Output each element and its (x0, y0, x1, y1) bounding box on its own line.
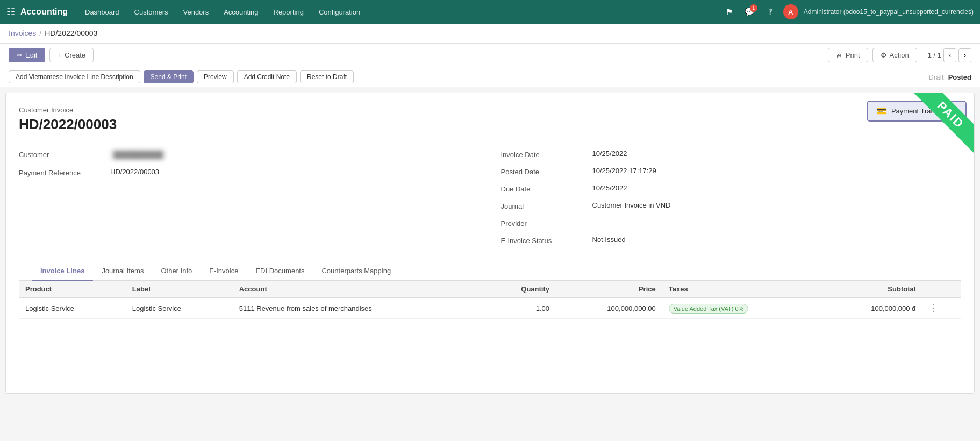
tabs-bar: Invoice LinesJournal ItemsOther InfoE-In… (19, 262, 961, 281)
admin-label: Administrator (odoo15_to_paypal_unsuppor… (804, 8, 974, 16)
top-navigation: ☷ Accounting Dashboard Customers Vendors… (0, 0, 980, 24)
prev-record-button[interactable]: ‹ (943, 48, 956, 62)
invoice-number: HD/2022/00003 (19, 116, 961, 133)
payment-ref-label: Payment Reference (19, 168, 110, 177)
reset-to-draft-button[interactable]: Reset to Draft (300, 70, 354, 83)
nav-link-configuration[interactable]: Configuration (312, 6, 367, 18)
posted-date-label: Posted Date (501, 167, 592, 176)
activity-icon[interactable]: ⚑ (722, 4, 737, 19)
send-print-button[interactable]: Send & Print (144, 70, 194, 83)
cell-label: Logistic Service (126, 298, 233, 319)
invoice-date-value: 10/25/2022 (592, 150, 627, 158)
cell-menu[interactable]: ⋮ (922, 298, 961, 319)
invoice-lines-table: ProductLabelAccountQuantityPriceTaxesSub… (19, 281, 961, 319)
next-record-button[interactable]: › (958, 48, 971, 62)
main-content: 💳 Payment Transaction PAID Customer Invo… (5, 93, 975, 394)
col-header-5: Taxes (662, 281, 822, 298)
posted-date-value: 10/25/2022 17:17:29 (592, 167, 656, 175)
nav-link-accounting[interactable]: Accounting (217, 6, 264, 18)
col-header-4: Price (556, 281, 662, 298)
nav-link-dashboard[interactable]: Dashboard (78, 6, 126, 18)
left-fields: Customer ██████████ Payment Reference HD… (19, 146, 480, 249)
app-title: Accounting (20, 7, 68, 17)
invoice-fields: Customer ██████████ Payment Reference HD… (19, 146, 961, 249)
tax-badge: Value Added Tax (VAT) 0% (669, 304, 749, 314)
help-icon[interactable]: ‽ (763, 4, 778, 19)
payment-transaction-button[interactable]: 💳 Payment Transaction (867, 101, 967, 122)
tab-other-info[interactable]: Other Info (152, 262, 201, 281)
due-date-label: Due Date (501, 184, 592, 193)
nav-right: ⚑ 💬 1 ‽ A Administrator (odoo15_to_paypa… (722, 4, 974, 19)
cell-tax: Value Added Tax (VAT) 0% (662, 298, 822, 319)
messages-icon[interactable]: 💬 1 (742, 4, 757, 19)
avatar[interactable]: A (783, 4, 798, 19)
cell-price: 100,000,000.00 (556, 298, 662, 319)
customer-row: Customer ██████████ (19, 146, 480, 164)
customer-value: ██████████ (110, 150, 166, 160)
create-button[interactable]: + Create (49, 48, 94, 62)
nav-link-vendors[interactable]: Vendors (176, 6, 215, 18)
tab-invoice-lines[interactable]: Invoice Lines (32, 262, 93, 281)
einvoice-status-value: Not Issued (592, 236, 626, 244)
col-header-6: Subtotal (822, 281, 922, 298)
col-header-1: Label (126, 281, 233, 298)
edit-icon: ✏ (17, 51, 23, 59)
breadcrumb-current: HD/2022/00003 (45, 29, 97, 38)
nav-link-reporting[interactable]: Reporting (267, 6, 310, 18)
cell-account: 5111 Revenue from sales of merchandises (233, 298, 485, 319)
journal-row: Journal Customer Invoice in VND (501, 197, 962, 215)
print-label: Print (846, 51, 860, 59)
right-fields: Invoice Date 10/25/2022 Posted Date 10/2… (501, 146, 962, 249)
tab-counterparts-mapping[interactable]: Counterparts Mapping (313, 262, 399, 281)
provider-label: Provider (501, 218, 592, 227)
record-count: 1 / 1 (928, 51, 941, 59)
invoice-date-label: Invoice Date (501, 150, 592, 159)
due-date-value: 10/25/2022 (592, 184, 627, 192)
payment-transaction-label: Payment Transaction (891, 107, 957, 115)
payment-ref-row: Payment Reference HD/2022/00003 (19, 164, 480, 181)
cell-quantity: 1.00 (484, 298, 556, 319)
tab-e-invoice[interactable]: E-Invoice (201, 262, 247, 281)
posted-date-row: Posted Date 10/25/2022 17:17:29 (501, 163, 962, 180)
add-viet-button[interactable]: Add Vietnamese Invoice Line Description (9, 70, 140, 83)
cell-product: Logistic Service (19, 298, 126, 319)
status-draft: Draft (928, 73, 943, 81)
nav-link-customers[interactable]: Customers (128, 6, 175, 18)
due-date-row: Due Date 10/25/2022 (501, 180, 962, 197)
col-header-3: Quantity (484, 281, 556, 298)
payment-ref-value: HD/2022/00003 (110, 168, 159, 176)
print-button[interactable]: 🖨 Print (828, 48, 868, 62)
plus-icon: + (58, 51, 62, 59)
record-navigation: 1 / 1 ‹ › (928, 48, 971, 62)
notification-badge: 1 (750, 4, 757, 12)
journal-value: Customer Invoice in VND (592, 201, 671, 209)
status-posted: Posted (948, 73, 971, 81)
breadcrumb-parent[interactable]: Invoices (9, 29, 36, 38)
tab-edi-documents[interactable]: EDI Documents (247, 262, 313, 281)
app-menu-icon[interactable]: ☷ (6, 6, 15, 18)
journal-label: Journal (501, 201, 592, 210)
add-credit-note-button[interactable]: Add Credit Note (237, 70, 297, 83)
table-row: Logistic ServiceLogistic Service5111 Rev… (19, 298, 961, 319)
provider-row: Provider (501, 215, 962, 232)
cell-subtotal: 100,000,000 đ (822, 298, 922, 319)
action-bar: ✏ Edit + Create 🖨 Print ⚙ Action 1 / 1 ‹… (0, 44, 980, 67)
create-label: Create (65, 51, 85, 59)
breadcrumb: Invoices / HD/2022/00003 (0, 24, 980, 44)
status-badges: Draft Posted (928, 73, 971, 81)
edit-label: Edit (25, 51, 37, 59)
action-button[interactable]: ⚙ Action (872, 48, 917, 62)
invoice-form: Customer Invoice HD/2022/00003 Customer … (6, 93, 974, 319)
col-header-7 (922, 281, 961, 298)
invoice-date-row: Invoice Date 10/25/2022 (501, 146, 962, 163)
einvoice-status-label: E-Invoice Status (501, 236, 592, 245)
action-label: Action (890, 51, 909, 59)
tab-journal-items[interactable]: Journal Items (93, 262, 152, 281)
edit-button[interactable]: ✏ Edit (9, 48, 45, 62)
col-header-0: Product (19, 281, 126, 298)
invoice-type-label: Customer Invoice (19, 106, 961, 114)
preview-button[interactable]: Preview (197, 70, 234, 83)
gear-icon: ⚙ (881, 51, 887, 59)
einvoice-status-row: E-Invoice Status Not Issued (501, 232, 962, 249)
col-header-2: Account (233, 281, 485, 298)
